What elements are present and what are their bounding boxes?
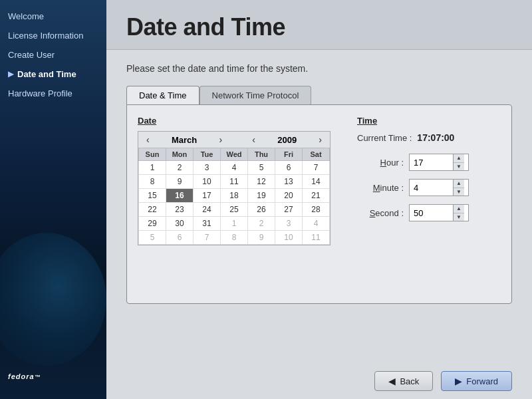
calendar-day[interactable]: 15: [139, 189, 166, 203]
calendar-day[interactable]: 5: [248, 161, 275, 175]
calendar-day: 8: [221, 231, 248, 245]
calendar-day: 10: [275, 231, 303, 245]
back-button[interactable]: ◀ Back: [374, 371, 433, 391]
date-section-label: Date: [138, 116, 331, 126]
second-row: Second : ▲ ▼: [357, 204, 501, 221]
calendar-day[interactable]: 28: [303, 203, 330, 217]
sidebar-item-welcome[interactable]: Welcome: [0, 7, 106, 26]
calendar-day[interactable]: 8: [139, 175, 166, 189]
second-label: Second :: [357, 208, 404, 218]
calendar-day[interactable]: 4: [221, 161, 248, 175]
date-time-panel: Date ‹ March › ‹ 2009 ›: [126, 104, 512, 304]
calendar-grid: Sun Mon Tue Wed Thu Fri Sat 123456789101…: [138, 148, 330, 245]
hour-row: Hour : ▲ ▼: [357, 154, 501, 171]
minute-input[interactable]: [410, 181, 453, 195]
sidebar-item-label: Hardware Profile: [8, 88, 72, 98]
calendar-day[interactable]: 31: [194, 217, 221, 231]
calendar-day[interactable]: 3: [194, 161, 221, 175]
calendar-day[interactable]: 29: [139, 217, 166, 231]
calendar-day[interactable]: 9: [166, 175, 194, 189]
minute-label: Minute :: [357, 183, 404, 193]
cal-header-wed: Wed: [221, 148, 248, 161]
calendar-day: 11: [303, 231, 330, 245]
forward-label: Forward: [466, 376, 498, 386]
year-value: 2009: [277, 135, 297, 145]
forward-icon: ▶: [455, 376, 462, 386]
calendar-day[interactable]: 6: [275, 161, 303, 175]
hour-up-button[interactable]: ▲: [454, 154, 464, 162]
calendar-day[interactable]: 19: [248, 189, 275, 203]
second-spinner[interactable]: ▲ ▼: [409, 204, 469, 221]
hour-input[interactable]: [410, 156, 453, 170]
tab-date-time[interactable]: Date & Time: [126, 86, 200, 104]
calendar-day[interactable]: 23: [166, 203, 194, 217]
calendar-day[interactable]: 10: [194, 175, 221, 189]
page-subtitle: Please set the date and time for the sys…: [126, 63, 512, 74]
cal-header-mon: Mon: [166, 148, 194, 161]
prev-month-button[interactable]: ‹: [144, 134, 152, 145]
cal-header-sat: Sat: [303, 148, 330, 161]
calendar-day[interactable]: 24: [194, 203, 221, 217]
calendar-day[interactable]: 11: [221, 175, 248, 189]
time-section: Time Current Time : 17:07:00 Hour : ▲ ▼: [357, 116, 501, 293]
calendar-day[interactable]: 1: [139, 161, 166, 175]
page-title: Date and Time: [126, 13, 512, 41]
second-input[interactable]: [410, 206, 453, 220]
back-icon: ◀: [388, 376, 396, 386]
minute-row: Minute : ▲ ▼: [357, 179, 501, 196]
second-down-button[interactable]: ▼: [454, 213, 464, 221]
calendar-day[interactable]: 7: [303, 161, 330, 175]
calendar-day[interactable]: 18: [221, 189, 248, 203]
sidebar-item-hardware-profile[interactable]: Hardware Profile: [0, 84, 106, 103]
forward-button[interactable]: ▶ Forward: [441, 371, 512, 391]
calendar-day[interactable]: 25: [221, 203, 248, 217]
calendar: ‹ March › ‹ 2009 ›: [138, 131, 331, 245]
prev-year-button[interactable]: ‹: [249, 134, 258, 145]
sidebar-item-label: Date and Time: [17, 69, 76, 79]
cal-header-thu: Thu: [248, 148, 275, 161]
calendar-day[interactable]: 20: [275, 189, 303, 203]
hour-down-button[interactable]: ▼: [454, 162, 464, 170]
time-section-label: Time: [357, 116, 501, 126]
calendar-day[interactable]: 17: [194, 189, 221, 203]
second-up-button[interactable]: ▲: [454, 205, 464, 213]
sidebar-item-create-user[interactable]: Create User: [0, 45, 106, 65]
back-label: Back: [400, 376, 419, 386]
tab-bar: Date & Time Network Time Protocol: [126, 86, 512, 104]
fedora-logo: fedora™: [8, 371, 41, 388]
tab-ntp[interactable]: Network Time Protocol: [200, 86, 312, 104]
sidebar-item-label: Create User: [8, 50, 55, 60]
minute-up-button[interactable]: ▲: [454, 180, 464, 188]
calendar-day[interactable]: 21: [303, 189, 330, 203]
calendar-day: 2: [248, 217, 275, 231]
calendar-day[interactable]: 30: [166, 217, 194, 231]
calendar-day[interactable]: 22: [139, 203, 166, 217]
sidebar-item-license[interactable]: License Information: [0, 26, 106, 45]
minute-spinner-buttons: ▲ ▼: [453, 180, 464, 196]
calendar-day: 4: [303, 217, 330, 231]
calendar-day[interactable]: 2: [166, 161, 194, 175]
main-body: Please set the date and time for the sys…: [106, 50, 532, 363]
sidebar-item-date-time[interactable]: ▶ Date and Time: [0, 65, 106, 84]
calendar-month: March: [172, 135, 197, 145]
next-year-button[interactable]: ›: [316, 134, 325, 145]
cal-header-tue: Tue: [194, 148, 221, 161]
calendar-day: 5: [139, 231, 166, 245]
hour-spinner[interactable]: ▲ ▼: [409, 154, 469, 171]
calendar-day[interactable]: 14: [303, 175, 330, 189]
hour-label: Hour :: [357, 158, 404, 168]
next-month-button[interactable]: ›: [216, 134, 225, 145]
bottom-bar: ◀ Back ▶ Forward: [106, 363, 532, 399]
calendar-day[interactable]: 13: [275, 175, 303, 189]
calendar-day[interactable]: 12: [248, 175, 275, 189]
calendar-day[interactable]: 16: [166, 189, 194, 203]
minute-spinner[interactable]: ▲ ▼: [409, 179, 469, 196]
calendar-day[interactable]: 27: [275, 203, 303, 217]
current-time-label: Current Time :: [357, 133, 412, 143]
calendar-nav: ‹ March › ‹ 2009 ›: [138, 132, 330, 148]
calendar-month-year: March: [172, 135, 197, 145]
minute-down-button[interactable]: ▼: [454, 188, 464, 196]
calendar-day: 3: [275, 217, 303, 231]
calendar-day[interactable]: 26: [248, 203, 275, 217]
sidebar: Welcome License Information Create User …: [0, 0, 106, 399]
